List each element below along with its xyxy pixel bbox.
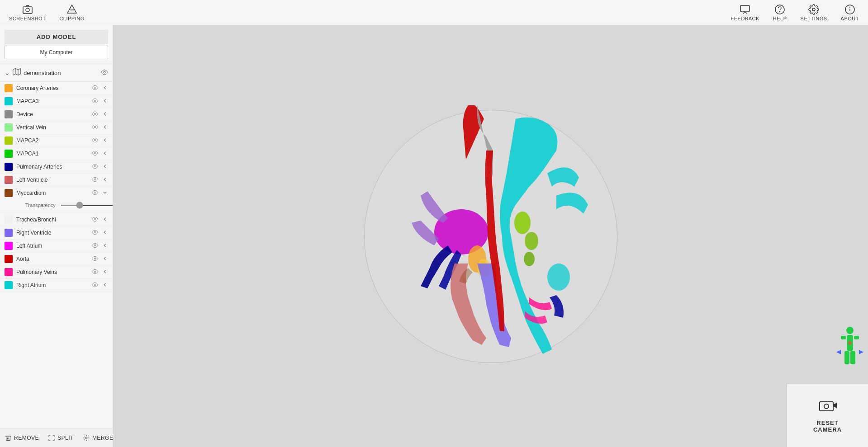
layer-color-swatch[interactable] (5, 84, 13, 92)
layer-color-swatch[interactable] (5, 150, 13, 158)
svg-rect-43 (854, 336, 859, 339)
layer-expand-toggle[interactable] (102, 85, 108, 92)
layer-item: MAPCA1 (0, 147, 113, 160)
layer-visibility-toggle[interactable] (92, 85, 98, 92)
layer-item: Right Atrium (0, 279, 113, 292)
about-icon (844, 4, 855, 15)
help-button[interactable]: HELP (773, 4, 787, 21)
layer-name: MAPCA1 (16, 151, 88, 157)
layer-item: Device (0, 108, 113, 121)
transparency-slider[interactable] (61, 205, 113, 206)
layer-color-swatch[interactable] (5, 110, 13, 118)
settings-icon (808, 4, 819, 15)
layer-expand-toggle[interactable] (102, 255, 108, 263)
layer-expand-toggle[interactable] (102, 282, 108, 289)
viewport[interactable]: RESETCAMERA (113, 25, 868, 447)
transparency-row: Transparency (5, 201, 108, 211)
layer-name: Aorta (16, 256, 88, 262)
layer-visibility-toggle[interactable] (92, 124, 98, 132)
layer-expand-toggle[interactable] (102, 176, 108, 184)
layer-color-swatch[interactable] (5, 255, 13, 263)
split-button[interactable]: SPLIT (43, 432, 78, 444)
layer-expand-toggle[interactable] (102, 111, 108, 118)
svg-point-22 (94, 192, 96, 193)
reset-camera-button[interactable]: RESETCAMERA (787, 384, 868, 447)
feedback-button[interactable]: FEEDBACK (731, 4, 759, 21)
layer-visibility-toggle[interactable] (92, 189, 98, 197)
layer-color-swatch[interactable] (5, 242, 13, 250)
about-button[interactable]: ABOUT (841, 4, 859, 21)
svg-point-23 (94, 218, 96, 220)
layer-color-swatch[interactable] (5, 216, 13, 224)
remove-button[interactable]: REMOVE (0, 432, 43, 444)
layer-expand-toggle[interactable] (102, 189, 108, 197)
layer-expand-toggle[interactable] (102, 216, 108, 224)
layer-visibility-toggle[interactable] (92, 242, 98, 250)
svg-marker-46 (836, 350, 841, 354)
layer-visibility-toggle[interactable] (92, 282, 98, 289)
layer-visibility-toggle[interactable] (92, 268, 98, 276)
layer-color-swatch[interactable] (5, 163, 13, 171)
svg-point-36 (547, 263, 570, 291)
my-computer-button[interactable]: My Computer (5, 46, 108, 59)
svg-point-14 (94, 87, 96, 89)
layer-expand-toggle[interactable] (102, 124, 108, 132)
layer-item: Coronary Arteries (0, 82, 113, 95)
settings-label: SETTINGS (801, 16, 827, 21)
svg-point-48 (848, 341, 852, 345)
layer-visibility-toggle[interactable] (92, 137, 98, 145)
layer-visibility-toggle[interactable] (92, 98, 98, 105)
layer-expand-toggle[interactable] (102, 229, 108, 237)
svg-point-34 (525, 232, 538, 250)
layer-color-swatch[interactable] (5, 281, 13, 289)
model-visibility-toggle[interactable] (101, 69, 108, 77)
clipping-button[interactable]: CLIPPING (59, 4, 84, 21)
layer-color-swatch[interactable] (5, 229, 13, 237)
layer-visibility-toggle[interactable] (92, 216, 98, 224)
collapse-button[interactable]: ⌄ (5, 69, 10, 76)
svg-point-25 (94, 245, 96, 246)
layer-item: MAPCA2 (0, 134, 113, 147)
bottom-toolbar: REMOVE SPLIT MERGE (0, 428, 113, 447)
layer-color-swatch[interactable] (5, 268, 13, 276)
add-model-button[interactable]: ADD MODEL (5, 30, 108, 44)
layer-color-swatch[interactable] (5, 136, 13, 145)
reset-camera-text: RESETCAMERA (813, 419, 842, 433)
svg-rect-45 (850, 351, 855, 364)
layer-name: Pulmonary Veins (16, 269, 88, 275)
split-label: SPLIT (57, 435, 74, 441)
remove-label: REMOVE (14, 435, 39, 441)
layer-color-swatch[interactable] (5, 189, 13, 197)
layer-expand-toggle[interactable] (102, 137, 108, 145)
help-label: HELP (773, 16, 787, 21)
layer-visibility-toggle[interactable] (92, 255, 98, 263)
layer-visibility-toggle[interactable] (92, 150, 98, 158)
layer-expand-toggle[interactable] (102, 268, 108, 276)
layer-name: Device (16, 111, 88, 118)
layer-visibility-toggle[interactable] (92, 229, 98, 237)
clipping-label: CLIPPING (59, 16, 84, 21)
remove-icon (5, 434, 12, 442)
layer-visibility-toggle[interactable] (92, 163, 98, 171)
layer-color-swatch[interactable] (5, 97, 13, 105)
model-header: ⌄ demonstration (0, 64, 113, 82)
layer-expand-toggle[interactable] (102, 163, 108, 171)
layer-visibility-toggle[interactable] (92, 176, 98, 184)
layer-color-swatch[interactable] (5, 176, 13, 184)
topbar-right: FEEDBACK HELP SETTINGS ABOUT (731, 4, 859, 21)
sidebar: ADD MODEL My Computer ⌄ demonstration (0, 25, 113, 447)
screenshot-button[interactable]: SCREENSHOT (9, 4, 46, 21)
layer-expand-toggle[interactable] (102, 150, 108, 158)
settings-button[interactable]: SETTINGS (801, 4, 827, 21)
layer-name: MAPCA2 (16, 137, 88, 144)
svg-point-15 (94, 100, 96, 102)
layer-name: Right Atrium (16, 282, 88, 288)
merge-button[interactable]: MERGE (78, 432, 118, 444)
layer-name: Vertical Vein (16, 124, 88, 131)
help-icon (774, 4, 785, 15)
layer-expand-toggle[interactable] (102, 98, 108, 105)
camera-icon (22, 4, 33, 15)
layer-color-swatch[interactable] (5, 123, 13, 132)
layer-expand-toggle[interactable] (102, 242, 108, 250)
layer-visibility-toggle[interactable] (92, 111, 98, 118)
